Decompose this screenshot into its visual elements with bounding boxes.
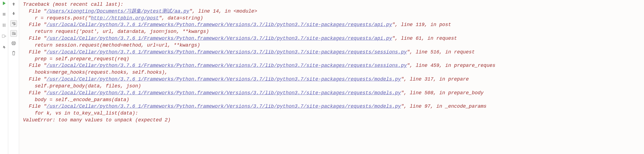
svg-rect-1	[3, 24, 4, 27]
pin-icon[interactable]	[1, 44, 7, 50]
console-output[interactable]: Traceback (most recent call last): File …	[19, 0, 644, 154]
traceback-frame-file: File "/usr/local/Cellar/python/3.7.6_1/F…	[23, 90, 642, 96]
down-arrow-icon[interactable]	[10, 10, 17, 17]
traceback-frame-file: File "/usr/local/Cellar/python/3.7.6_1/F…	[23, 49, 642, 56]
traceback-frame-code: return request('post', url, data=data, j…	[23, 28, 642, 35]
traceback-frame-code: return session.request(method=method, ur…	[23, 42, 642, 49]
traceback-file-link[interactable]: /usr/local/Cellar/python/3.7.6_1/Framewo…	[46, 104, 401, 109]
traceback-frame-code: body = self._encode_params(data)	[23, 96, 642, 103]
print-icon[interactable]	[10, 40, 17, 47]
traceback-file-link[interactable]: /usr/local/Cellar/python/3.7.6_1/Framewo…	[46, 36, 392, 41]
traceback-frame-file: File "/usr/local/Cellar/python/3.7.6_1/F…	[23, 103, 642, 110]
run-icon[interactable]	[1, 1, 7, 6]
up-arrow-icon[interactable]	[10, 1, 17, 7]
traceback-file-link[interactable]: /usr/local/Cellar/python/3.7.6_1/Framewo…	[46, 76, 401, 82]
traceback-frame-code: for k, vs in to_key_val_list(data):	[23, 110, 642, 117]
url-link[interactable]: http://httpbin.org/post	[91, 15, 159, 21]
traceback-frame-file: File "/usr/local/Cellar/python/3.7.6_1/F…	[23, 76, 642, 83]
traceback-frame-code: hooks=merge_hooks(request.hooks, self.ho…	[23, 69, 642, 76]
traceback-file-link[interactable]: /usr/local/Cellar/python/3.7.6_1/Framewo…	[46, 63, 407, 68]
traceback-frame-code: self.prepare_body(data, files, json)	[23, 83, 642, 90]
svg-rect-2	[4, 24, 5, 27]
svg-rect-5	[12, 42, 16, 44]
traceback-frame-file: File "/Users/xiongting/Documents/习题集/pyt…	[23, 8, 642, 15]
traceback-frame-file: File "/usr/local/Cellar/python/3.7.6_1/F…	[23, 21, 642, 28]
traceback-frame-file: File "/usr/local/Cellar/python/3.7.6_1/F…	[23, 35, 642, 42]
run-toolbar-left	[0, 0, 8, 154]
traceback-frame-file: File "/usr/local/Cellar/python/3.7.6_1/F…	[23, 62, 642, 69]
svg-rect-3	[2, 35, 4, 38]
traceback-frame-code: prep = self.prepare_request(req)	[23, 56, 642, 62]
console-toolbar	[8, 0, 19, 154]
traceback-error: ValueError: too many values to unpack (e…	[23, 117, 642, 124]
pause-icon[interactable]	[1, 22, 7, 28]
traceback-header: Traceback (most recent call last):	[23, 1, 642, 8]
stop-icon[interactable]	[1, 12, 7, 17]
traceback-file-link[interactable]: /usr/local/Cellar/python/3.7.6_1/Framewo…	[46, 90, 401, 96]
exit-icon[interactable]	[1, 33, 7, 39]
scroll-to-end-icon[interactable]	[10, 30, 17, 37]
soft-wrap-icon[interactable]	[10, 20, 17, 27]
trash-icon[interactable]	[10, 50, 17, 56]
traceback-file-link[interactable]: /usr/local/Cellar/python/3.7.6_1/Framewo…	[46, 49, 407, 55]
traceback-frame-code: r = requests.post("http://httpbin.org/po…	[23, 15, 642, 22]
traceback-file-link[interactable]: /Users/xiongting/Documents/习题集/pytest测试/…	[46, 8, 189, 14]
svg-rect-0	[3, 13, 5, 16]
traceback-file-link[interactable]: /usr/local/Cellar/python/3.7.6_1/Framewo…	[46, 22, 392, 27]
